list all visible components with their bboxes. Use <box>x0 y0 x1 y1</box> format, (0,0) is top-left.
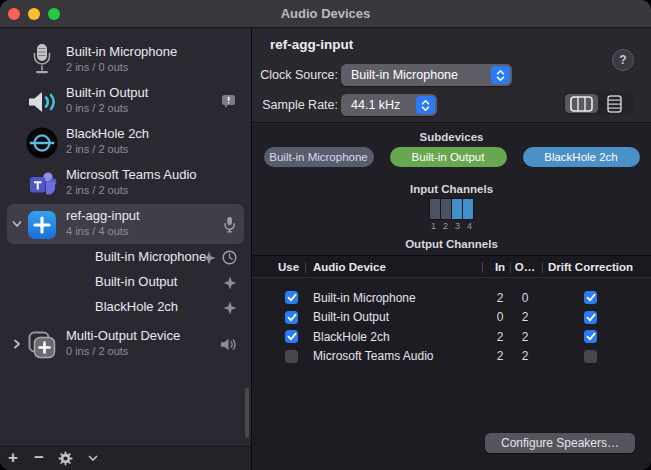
table-row[interactable]: Built-in Output 0 2 <box>252 308 651 328</box>
subdevices-heading: Subdevices <box>252 131 651 143</box>
use-checkbox[interactable] <box>285 291 298 304</box>
column-header-in: In <box>488 256 512 278</box>
device-list: Built-in Microphone 2 ins / 0 outs Built… <box>0 40 251 365</box>
agg-subdevice-blackhole-2ch[interactable]: BlackHole 2ch <box>0 295 251 320</box>
window-title: Audio Devices <box>0 0 651 28</box>
agg-subdevice-built-in-output[interactable]: Built-in Output <box>0 270 251 295</box>
sidebar-toolbar: + − <box>0 446 251 470</box>
teams-icon <box>26 165 58 202</box>
use-checkbox[interactable] <box>285 330 298 343</box>
input-channel-strip <box>252 198 651 220</box>
use-checkbox[interactable] <box>285 350 298 363</box>
drift-correction-checkbox[interactable] <box>584 330 597 343</box>
subdevice-table-section: Use Audio Device In O… Drift Correction … <box>252 255 651 470</box>
popup-stepper-icon <box>416 96 435 114</box>
column-header-drift-correction: Drift Correction <box>548 256 633 278</box>
subdevice-pills: Built-in Microphone Built-in Output Blac… <box>252 147 651 167</box>
sidebar-scrollbar[interactable] <box>245 388 249 438</box>
channel-block-1 <box>430 199 440 219</box>
popup-stepper-icon <box>491 66 510 84</box>
subdevice-pill-blackhole-2ch[interactable]: BlackHole 2ch <box>523 147 640 167</box>
agg-subdevice-built-in-microphone[interactable]: Built-in Microphone <box>0 245 251 270</box>
spark-icon <box>223 276 237 290</box>
spark-icon <box>202 251 216 265</box>
view-mode-segmented-control <box>563 92 633 115</box>
sidebar-item-built-in-microphone[interactable]: Built-in Microphone 2 ins / 0 outs <box>0 40 251 81</box>
rows-view-button[interactable] <box>598 94 631 113</box>
actions-chevron-down-icon[interactable] <box>80 447 106 470</box>
microphone-device-icon <box>26 42 58 79</box>
clock-icon <box>222 250 237 265</box>
titlebar: Audio Devices <box>0 0 651 28</box>
drift-correction-checkbox[interactable] <box>584 350 597 363</box>
subdevices-section: Subdevices Built-in Microphone Built-in … <box>252 124 651 255</box>
column-header-out: O… <box>513 256 537 278</box>
device-sidebar: Built-in Microphone 2 ins / 0 outs Built… <box>0 28 252 470</box>
subdevice-pill-built-in-microphone[interactable]: Built-in Microphone <box>264 147 374 167</box>
multi-output-device-icon <box>26 326 58 363</box>
table-row[interactable]: Microsoft Teams Audio 2 2 <box>252 347 651 367</box>
drift-correction-checkbox[interactable] <box>584 291 597 304</box>
clock-source-popup[interactable]: Built-in Microphone <box>341 64 512 86</box>
sidebar-item-ref-agg-input[interactable]: ref-agg-input 4 ins / 4 outs <box>0 204 251 245</box>
table-row[interactable]: BlackHole 2ch 2 2 <box>252 327 651 347</box>
table-body: Built-in Microphone 2 0 Built-in Output … <box>252 288 651 366</box>
sidebar-item-microsoft-teams-audio[interactable]: Microsoft Teams Audio 2 ins / 2 outs <box>0 163 251 204</box>
column-header-use: Use <box>278 256 299 278</box>
columns-view-button[interactable] <box>565 94 598 113</box>
channel-block-2 <box>441 199 451 219</box>
add-device-button[interactable]: + <box>0 447 26 470</box>
column-header-audio-device: Audio Device <box>313 256 386 278</box>
table-row[interactable]: Built-in Microphone 2 0 <box>252 288 651 308</box>
alert-badge-icon[interactable] <box>221 81 236 122</box>
sample-rate-label: Sample Rate: <box>252 98 338 112</box>
table-header: Use Audio Device In O… Drift Correction <box>252 255 651 278</box>
sidebar-item-blackhole-2ch[interactable]: BlackHole 2ch 2 ins / 2 outs <box>0 122 251 163</box>
channel-block-3 <box>452 199 462 219</box>
clock-source-label: Clock Source: <box>252 68 338 82</box>
sample-rate-popup[interactable]: 44.1 kHz <box>341 94 437 116</box>
remove-device-button[interactable]: − <box>26 447 52 470</box>
output-channels-heading: Output Channels <box>252 238 651 250</box>
channel-block-4 <box>463 199 473 219</box>
device-title: ref-agg-input <box>270 37 353 52</box>
speaker-device-icon <box>26 83 58 120</box>
columns-icon <box>570 96 593 112</box>
audio-devices-window: Audio Devices Built-in Microphone 2 ins … <box>0 0 651 470</box>
spark-icon <box>223 301 237 315</box>
blackhole-icon <box>26 124 58 161</box>
device-settings-section: ref-agg-input ? Clock Source: Built-in M… <box>252 28 651 123</box>
configure-speakers-button[interactable]: Configure Speakers… <box>485 433 635 453</box>
sidebar-item-multi-output-device[interactable]: Multi-Output Device 0 ins / 2 outs <box>0 324 251 365</box>
sidebar-item-built-in-output[interactable]: Built-in Output 0 ins / 2 outs <box>0 81 251 122</box>
channel-numbers: 1 2 3 4 <box>252 221 651 231</box>
subdevice-pill-built-in-output[interactable]: Built-in Output <box>390 147 507 167</box>
drift-correction-checkbox[interactable] <box>584 311 597 324</box>
rows-icon <box>607 95 622 113</box>
help-button[interactable]: ? <box>612 49 634 71</box>
input-channels-heading: Input Channels <box>252 183 651 195</box>
default-input-mic-icon <box>223 204 236 245</box>
aggregate-device-icon <box>26 206 58 243</box>
default-output-speaker-icon <box>220 324 236 365</box>
device-detail-panel: ref-agg-input ? Clock Source: Built-in M… <box>252 28 651 470</box>
chevron-down-icon[interactable] <box>11 218 23 230</box>
gear-icon[interactable] <box>52 447 78 470</box>
use-checkbox[interactable] <box>285 311 298 324</box>
chevron-right-icon[interactable] <box>11 338 23 350</box>
